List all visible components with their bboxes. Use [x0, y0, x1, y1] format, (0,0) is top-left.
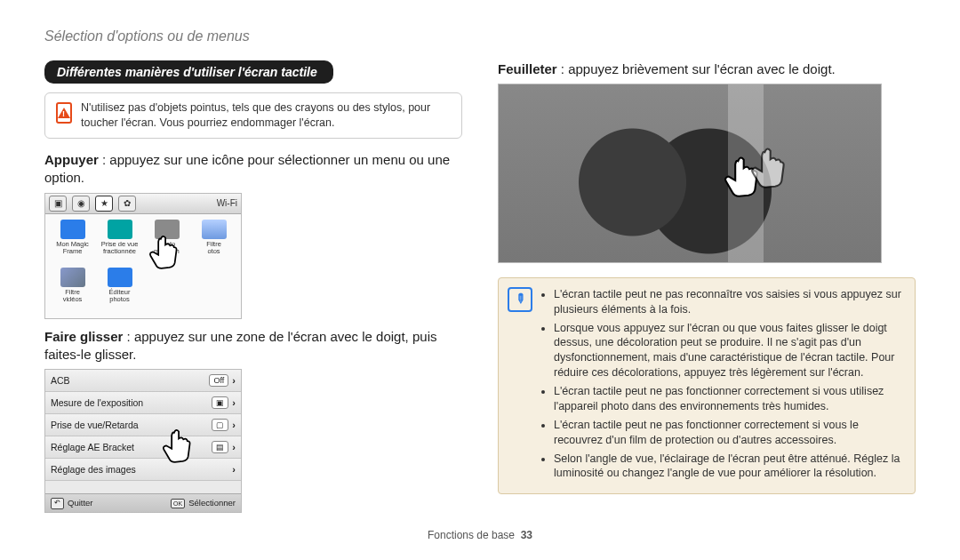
left-column: Différentes manières d'utiliser l'écran …	[44, 60, 462, 523]
grid-item-split-shot[interactable]: Prise de vuefractionnée	[98, 220, 141, 264]
flick-label: Feuilleter	[498, 61, 557, 76]
flick-description: Feuilleter : appuyez brièvement sur l'éc…	[498, 60, 916, 78]
chevron-right-icon: ›	[232, 441, 236, 454]
note-item: L'écran tactile peut ne pas reconnaître …	[554, 287, 902, 317]
grid-item-photo-editor[interactable]: Éditeurphotos	[98, 268, 141, 312]
chevron-right-icon: ›	[232, 396, 236, 410]
chevron-right-icon: ›	[232, 419, 236, 432]
mode-tab-camera-icon[interactable]: ▣	[49, 196, 67, 212]
breadcrumb: Sélection d'options ou de menus	[44, 27, 916, 46]
mode-tab-scene-icon[interactable]: ◉	[72, 196, 90, 212]
warning-text: N'utilisez pas d'objets pointus, tels qu…	[81, 100, 451, 131]
drag-screenshot: ACB Off› Mesure de l'exposition ▣› Prise…	[44, 369, 242, 513]
right-column: Feuilleter : appuyez brièvement sur l'éc…	[498, 60, 916, 523]
grid-item-video-filter[interactable]: Filtrevidéos	[51, 268, 94, 312]
menu-row-acb[interactable]: ACB Off›	[45, 370, 241, 392]
grid-item-photo-filter[interactable]: Filtreotos	[192, 220, 236, 264]
menu-row-drive-timer[interactable]: Prise de vue/Retarda ▢›	[45, 414, 241, 436]
drag-description: Faire glisser : appuyez sur une zone de …	[44, 328, 462, 364]
mode-grid: Mon MagicFrame Prise de vuefractionnée P…	[45, 214, 241, 318]
warning-icon	[56, 102, 72, 124]
note-item: L'écran tactile peut ne pas fonctionner …	[554, 384, 902, 414]
back-icon: ↶	[51, 498, 64, 509]
note-item: Lorsque vous appuyez sur l'écran ou que …	[554, 321, 902, 381]
mode-tab-settings-icon[interactable]: ✿	[118, 196, 136, 212]
note-item: L'écran tactile peut ne pas fonctionner …	[554, 418, 902, 448]
tap-description: Appuyer : appuyez sur une icône pour sél…	[44, 151, 462, 188]
menu-row-metering[interactable]: Mesure de l'exposition ▣›	[45, 392, 241, 414]
notes-list: L'écran tactile peut ne pas reconnaître …	[541, 287, 902, 485]
flick-screenshot	[498, 84, 882, 263]
tap-screenshot: ▣ ◉ ★ ✿ Wi-Fi Mon MagicFrame Prise de vu…	[44, 193, 242, 319]
grid-item-magic-frame[interactable]: Mon MagicFrame	[51, 220, 94, 264]
section-heading-pill: Différentes manières d'utiliser l'écran …	[44, 60, 333, 84]
menu-row-image-adjust[interactable]: Réglage des images ›	[45, 459, 241, 481]
warning-callout: N'utilisez pas d'objets pointus, tels qu…	[44, 92, 462, 139]
page-footer: Fonctions de base 33	[44, 523, 916, 542]
menu-row-ae-bracket[interactable]: Réglage AE Bracket ▤›	[45, 436, 241, 459]
chevron-right-icon: ›	[232, 374, 236, 388]
wifi-label[interactable]: Wi-Fi	[217, 197, 237, 210]
chevron-right-icon: ›	[232, 463, 236, 476]
drag-label: Faire glisser	[44, 329, 123, 344]
select-button[interactable]: OKSélectionner	[171, 498, 236, 509]
tap-label: Appuyer	[44, 152, 99, 167]
ok-icon: OK	[171, 499, 185, 508]
note-item: Selon l'angle de vue, l'éclairage de l'é…	[554, 452, 902, 482]
photo-doorway	[728, 84, 764, 262]
mode-tabbar: ▣ ◉ ★ ✿ Wi-Fi	[45, 194, 241, 214]
note-icon: ✎	[508, 287, 532, 312]
menu-footer: ↶Quitter OKSélectionner	[45, 493, 241, 512]
back-button[interactable]: ↶Quitter	[51, 498, 93, 509]
notes-callout: ✎ L'écran tactile peut ne pas reconnaîtr…	[498, 277, 916, 495]
photo-silhouettes	[499, 84, 881, 262]
grid-item-motion-photo[interactable]: Photomouvem	[145, 220, 188, 264]
mode-tab-magic-icon[interactable]: ★	[95, 196, 113, 212]
